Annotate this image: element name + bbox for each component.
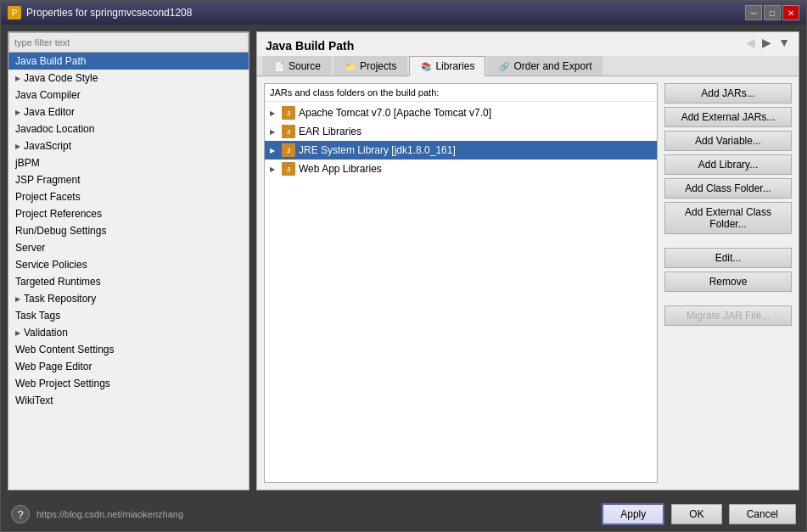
window-icon: P bbox=[8, 6, 21, 20]
cancel-button[interactable]: Cancel bbox=[729, 504, 796, 524]
minimize-button[interactable]: ─ bbox=[745, 5, 762, 20]
nav-item-project-references[interactable]: Project References bbox=[8, 205, 249, 222]
btn-edit[interactable]: Edit... bbox=[664, 248, 792, 268]
window-title: Properties for springmvcsecond1208 bbox=[26, 7, 745, 19]
libraries-description: JARs and class folders on the build path… bbox=[265, 84, 657, 102]
nav-item-task-repository[interactable]: Task Repository bbox=[8, 290, 249, 307]
lib-item-label: EAR Libraries bbox=[299, 126, 361, 137]
tab-projects[interactable]: 📁 Projects bbox=[333, 56, 407, 76]
nav-item-server[interactable]: Server bbox=[8, 239, 249, 256]
nav-item-java-build-path[interactable]: Java Build Path bbox=[8, 53, 249, 70]
tab-order-export[interactable]: 🔗 Order and Export bbox=[487, 56, 602, 76]
apply-button[interactable]: Apply bbox=[602, 503, 664, 525]
bottom-left: ? https://blog.csdn.net/miaokenzhang bbox=[11, 505, 183, 524]
source-tab-icon: 📄 bbox=[273, 60, 285, 72]
lib-item-label: JRE System Library [jdk1.8.0_161] bbox=[299, 144, 456, 156]
back-button[interactable]: ◀ bbox=[744, 36, 757, 49]
jar-icon: J bbox=[282, 125, 295, 138]
nav-items-container: Java Build PathJava Code StyleJava Compi… bbox=[8, 53, 249, 409]
btn-add-jars[interactable]: Add JARs... bbox=[664, 83, 792, 104]
lib-item-label: Web App Libraries bbox=[299, 163, 382, 175]
tab-source-label: Source bbox=[289, 60, 321, 72]
btn-add-external-class-folder[interactable]: Add External Class Folder... bbox=[664, 202, 792, 234]
jar-icon: J bbox=[282, 106, 295, 120]
lib-item-arrow: ▶ bbox=[270, 109, 278, 117]
url-text: https://blog.csdn.net/miaokenzhang bbox=[36, 509, 183, 519]
tab-projects-label: Projects bbox=[360, 60, 396, 72]
lib-item-web-app-libs[interactable]: ▶JWeb App Libraries bbox=[265, 160, 657, 178]
order-tab-icon: 🔗 bbox=[498, 60, 510, 72]
tabs-bar: 📄 Source 📁 Projects 📚 Libraries 🔗 Order … bbox=[257, 56, 799, 76]
help-button[interactable]: ? bbox=[11, 505, 30, 524]
nav-item-jsp-fragment[interactable]: JSP Fragment bbox=[8, 171, 249, 188]
lib-item-jre-system[interactable]: ▶JJRE System Library [jdk1.8.0_161] bbox=[265, 141, 657, 160]
btn-migrate-jar[interactable]: Migrate JAR File... bbox=[664, 305, 792, 326]
left-panel: Java Build PathJava Code StyleJava Compi… bbox=[8, 31, 249, 490]
bottom-right: Apply OK Cancel bbox=[602, 503, 796, 525]
nav-item-java-code-style[interactable]: Java Code Style bbox=[8, 70, 249, 87]
btn-remove[interactable]: Remove bbox=[664, 272, 792, 292]
nav-item-javadoc-location[interactable]: Javadoc Location bbox=[8, 120, 249, 137]
right-panel-header: Java Build Path ◀ ▶ ▼ bbox=[257, 32, 799, 56]
ok-button[interactable]: OK bbox=[671, 504, 721, 524]
btn-add-variable[interactable]: Add Variable... bbox=[664, 131, 792, 151]
libraries-tab-icon: 📚 bbox=[420, 60, 432, 72]
nav-item-web-page-editor[interactable]: Web Page Editor bbox=[8, 358, 249, 375]
btn-add-external-jars[interactable]: Add External JARs... bbox=[664, 107, 792, 127]
bottom-bar: ? https://blog.csdn.net/miaokenzhang App… bbox=[1, 497, 806, 531]
nav-item-web-content-settings[interactable]: Web Content Settings bbox=[8, 341, 249, 358]
right-panel: Java Build Path ◀ ▶ ▼ 📄 Source 📁 Project… bbox=[256, 31, 799, 490]
nav-item-service-policies[interactable]: Service Policies bbox=[8, 256, 249, 273]
nav-item-run-debug-settings[interactable]: Run/Debug Settings bbox=[8, 222, 249, 239]
filter-input[interactable] bbox=[8, 32, 249, 53]
title-bar: P Properties for springmvcsecond1208 ─ □… bbox=[1, 1, 806, 25]
main-window: P Properties for springmvcsecond1208 ─ □… bbox=[0, 0, 807, 532]
tab-source[interactable]: 📄 Source bbox=[262, 56, 332, 76]
projects-tab-icon: 📁 bbox=[345, 60, 356, 72]
jar-icon: J bbox=[282, 162, 295, 176]
nav-item-javascript[interactable]: JavaScript bbox=[8, 137, 249, 154]
close-button[interactable]: ✕ bbox=[782, 5, 799, 20]
forward-button[interactable]: ▶ bbox=[760, 36, 773, 49]
lib-item-arrow: ▶ bbox=[270, 165, 278, 173]
tab-libraries[interactable]: 📚 Libraries bbox=[409, 56, 485, 76]
lib-item-arrow: ▶ bbox=[270, 128, 278, 136]
panel-body: JARs and class folders on the build path… bbox=[257, 76, 799, 490]
lib-tree: ▶JApache Tomcat v7.0 [Apache Tomcat v7.0… bbox=[265, 102, 657, 180]
buttons-col: Add JARs...Add External JARs...Add Varia… bbox=[664, 83, 792, 483]
nav-list: Java Build PathJava Code StyleJava Compi… bbox=[8, 53, 249, 490]
lib-item-ear-libraries[interactable]: ▶JEAR Libraries bbox=[265, 122, 657, 141]
maximize-button[interactable]: □ bbox=[764, 5, 781, 20]
nav-item-wiki-text[interactable]: WikiText bbox=[8, 392, 249, 409]
lib-item-label: Apache Tomcat v7.0 [Apache Tomcat v7.0] bbox=[299, 107, 491, 119]
nav-item-web-project-settings[interactable]: Web Project Settings bbox=[8, 375, 249, 392]
title-bar-controls: ─ □ ✕ bbox=[745, 5, 799, 20]
btn-add-class-folder[interactable]: Add Class Folder... bbox=[664, 178, 792, 199]
nav-item-validation[interactable]: Validation bbox=[8, 324, 249, 341]
libraries-area: JARs and class folders on the build path… bbox=[264, 83, 658, 483]
nav-item-java-editor[interactable]: Java Editor bbox=[8, 104, 249, 120]
dropdown-button[interactable]: ▼ bbox=[776, 36, 792, 49]
tab-order-label: Order and Export bbox=[513, 60, 591, 72]
lib-item-apache-tomcat[interactable]: ▶JApache Tomcat v7.0 [Apache Tomcat v7.0… bbox=[265, 104, 657, 122]
panel-title: Java Build Path bbox=[257, 32, 362, 56]
nav-item-task-tags[interactable]: Task Tags bbox=[8, 307, 249, 324]
lib-item-arrow: ▶ bbox=[270, 147, 278, 154]
nav-item-project-facets[interactable]: Project Facets bbox=[8, 188, 249, 205]
main-content: Java Build PathJava Code StyleJava Compi… bbox=[1, 25, 806, 497]
nav-item-java-compiler[interactable]: Java Compiler bbox=[8, 87, 249, 104]
nav-item-targeted-runtimes[interactable]: Targeted Runtimes bbox=[8, 273, 249, 290]
tab-libraries-label: Libraries bbox=[435, 60, 474, 72]
btn-add-library[interactable]: Add Library... bbox=[664, 154, 792, 175]
jar-icon: J bbox=[282, 143, 295, 157]
nav-item-jbpm[interactable]: jBPM bbox=[8, 154, 249, 171]
nav-arrows: ◀ ▶ ▼ bbox=[744, 32, 799, 49]
